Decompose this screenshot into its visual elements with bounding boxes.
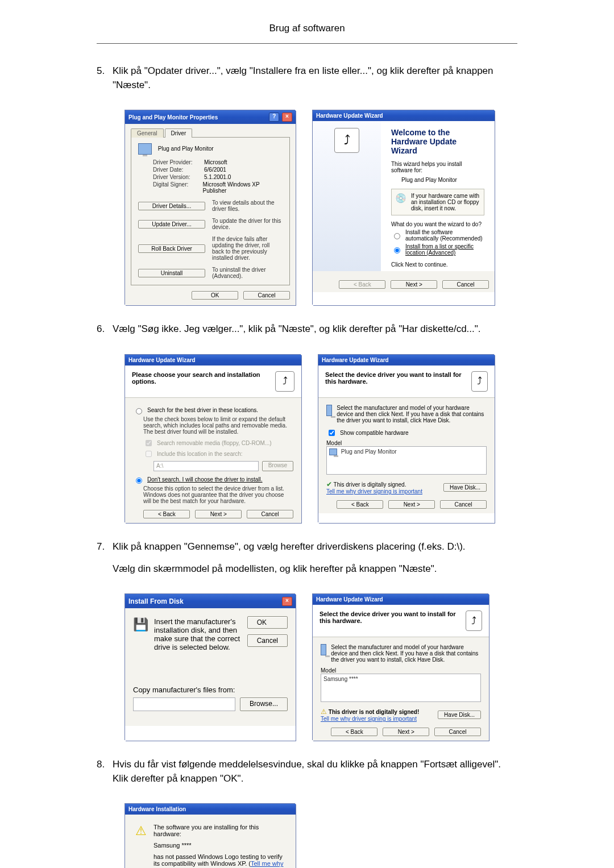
dialog-title: Hardware Update Wizard [322, 357, 389, 363]
close-icon[interactable]: × [282, 113, 292, 122]
dialog-title: Install From Disk [128, 597, 184, 605]
ok-button[interactable]: OK [192, 291, 238, 300]
monitor-icon [138, 143, 152, 155]
have-disk-button[interactable]: Have Disk... [443, 483, 487, 492]
radio-auto[interactable]: Install the software automatically (Reco… [391, 229, 484, 242]
model-listbox[interactable]: Plug and Play Monitor [326, 446, 487, 475]
next-button[interactable]: Next > [388, 500, 435, 509]
radio-list[interactable]: Install from a list or specific location… [391, 243, 484, 256]
checkbox-removable: Search removable media (floppy, CD-ROM..… [143, 438, 293, 448]
shield-icon: ✔ [326, 480, 332, 488]
cancel-button[interactable]: Cancel [247, 634, 288, 647]
monitor-icon [326, 405, 332, 416]
browse-button[interactable]: Browse... [240, 697, 288, 711]
have-disk-button[interactable]: Have Disk... [438, 711, 481, 719]
step-6: 6. Vælg "Søg ikke. Jeg vælger...", klik … [97, 322, 517, 344]
dialog-install-from-disk: Install From Disk × 💾 Insert the manufac… [125, 594, 296, 741]
page-title: Brug af softwaren [97, 23, 517, 44]
step-8: 8. Hvis du får vist følgende meddelelses… [97, 758, 517, 794]
dialog-properties: Plug and Play Monitor Properties ? × Gen… [125, 110, 296, 305]
checkbox-compatible[interactable]: Show compatible hardware [326, 428, 487, 438]
device-name: Plug and Play Monitor [158, 146, 214, 152]
step-number: 8. [97, 758, 113, 794]
uninstall-button[interactable]: Uninstall [138, 269, 205, 277]
cd-icon: 💿 [395, 193, 406, 211]
path-field [154, 461, 259, 471]
cancel-button[interactable]: Cancel [243, 291, 290, 300]
monitor-icon [329, 448, 337, 455]
back-button[interactable]: < Back [143, 510, 190, 518]
next-button[interactable]: Next > [195, 510, 242, 518]
monitor-icon [321, 644, 326, 655]
tab-driver[interactable]: Driver [165, 128, 193, 138]
wizard-heading: Please choose your search and installati… [132, 371, 275, 385]
dialog-wizard-welcome: Hardware Update Wizard ⤴ Welcome to the … [313, 110, 495, 305]
radio-search[interactable]: Search for the best driver in these loca… [133, 406, 293, 414]
model-listbox[interactable]: Samsung **** [321, 674, 481, 702]
cancel-button[interactable]: Cancel [434, 728, 481, 736]
dialog-title: Hardware Update Wizard [128, 357, 196, 363]
wizard-icon: ⤴ [471, 371, 488, 392]
dialog-hardware-installation: Hardware Installation ⚠ The software you… [125, 804, 296, 868]
disk-icon: 💾 [133, 617, 148, 651]
back-button: < Back [339, 280, 385, 289]
ok-button[interactable]: OK [247, 616, 288, 629]
step-body: Klik på knappen "Gennemse", og vælg here… [113, 540, 517, 584]
warning-icon: ⚠ [135, 824, 147, 868]
dialog-title: Hardware Installation [128, 806, 186, 812]
cancel-button[interactable]: Cancel [247, 510, 293, 518]
copy-from-field[interactable] [133, 697, 235, 711]
step-number: 6. [97, 322, 113, 344]
help-icon[interactable]: ? [269, 113, 279, 122]
back-button[interactable]: < Back [331, 728, 377, 736]
copy-from-label: Copy manufacturer's files from: [133, 686, 288, 694]
wizard-heading: Select the device driver you want to ins… [325, 371, 471, 385]
step-body: Hvis du får vist følgende meddelelsesvin… [113, 758, 517, 794]
dialog-title: Hardware Update Wizard [316, 596, 383, 603]
back-button[interactable]: < Back [337, 500, 383, 509]
dialog-wizard-select-driver-samsung: Hardware Update Wizard Select the device… [313, 594, 489, 741]
wizard-icon: ⤴ [466, 610, 482, 631]
step-number: 5. [97, 64, 113, 100]
step-text: Klik på knappen "Gennemse", og vælg here… [113, 540, 517, 554]
dialog-title: Hardware Update Wizard [316, 113, 383, 119]
tab-general[interactable]: General [131, 128, 164, 138]
titlebar: Hardware Update Wizard [313, 110, 495, 121]
step-body: Klik på "Opdater driver...", vælg "Insta… [113, 64, 517, 100]
dialog-wizard-select-driver: Hardware Update Wizard Select the device… [318, 355, 495, 523]
warning-icon: ⚠ [321, 708, 327, 716]
step-text: Hvis du får vist følgende meddelelsesvin… [113, 758, 517, 786]
signing-link[interactable]: Tell me why driver signing is important [326, 488, 422, 495]
wizard-heading: Select the device driver you want to ins… [320, 610, 466, 624]
driver-details-button[interactable]: Driver Details... [138, 202, 205, 210]
browse-button: Browse [262, 461, 293, 471]
step-number: 7. [97, 540, 113, 584]
dialog-wizard-search-options: Hardware Update Wizard Please choose you… [125, 355, 301, 523]
step-7: 7. Klik på knappen "Gennemse", og vælg h… [97, 540, 517, 584]
step-text: Vælg din skærmmodel på modellisten, og k… [113, 562, 517, 576]
close-icon[interactable]: × [282, 597, 292, 606]
signing-link[interactable]: Tell me why driver signing is important [321, 716, 417, 722]
wizard-icon: ⤴ [275, 371, 294, 392]
update-driver-button[interactable]: Update Driver... [138, 220, 205, 229]
titlebar: Plug and Play Monitor Properties ? × [125, 110, 296, 124]
rollback-driver-button[interactable]: Roll Back Driver [138, 244, 205, 253]
step-5: 5. Klik på "Opdater driver...", vælg "In… [97, 64, 517, 100]
cancel-button[interactable]: Cancel [442, 280, 489, 289]
step-body: Vælg "Søg ikke. Jeg vælger...", klik på … [113, 322, 517, 344]
cancel-button[interactable]: Cancel [440, 500, 487, 509]
radio-dont-search[interactable]: Don't search. I will choose the driver t… [133, 476, 293, 484]
next-button[interactable]: Next > [391, 280, 437, 289]
document-page: Brug af softwaren 5. Klik på "Opdater dr… [0, 0, 614, 868]
wizard-heading: Welcome to the Hardware Update Wizard [391, 128, 484, 155]
dialog-title: Plug and Play Monitor Properties [128, 114, 218, 121]
checkbox-include: Include this location in the search: [143, 449, 293, 459]
step-text: Klik på "Opdater driver...", vælg "Insta… [113, 64, 517, 92]
step-text: Vælg "Søg ikke. Jeg vælger...", klik på … [113, 322, 517, 337]
next-button[interactable]: Next > [383, 728, 429, 736]
wizard-icon: ⤴ [334, 128, 359, 153]
